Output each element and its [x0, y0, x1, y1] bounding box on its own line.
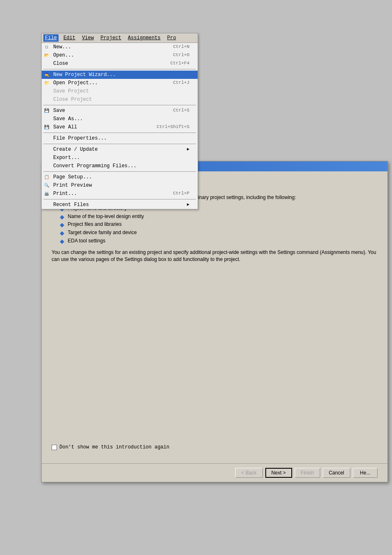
next-button[interactable]: Next >	[265, 468, 292, 478]
dont-show-again-row: Don't show me this introduction again	[52, 444, 378, 450]
bullet-3: ◆	[60, 221, 64, 228]
print-preview-icon: 🔍	[43, 182, 50, 189]
wizard-note: You can change the settings for an exist…	[52, 249, 378, 263]
menu-item-open-project[interactable]: 📁 Open Project... Ctrl+J	[42, 79, 198, 87]
menu-item-convert-programming[interactable]: Convert Programming Files...	[42, 162, 198, 170]
menu-item-file-properties[interactable]: File Properties...	[42, 134, 198, 142]
separator-2	[43, 105, 196, 105]
file-menu-container: File Edit View Project Assignments Pro □…	[41, 33, 198, 209]
wizard-spacer	[42, 271, 387, 444]
separator-5	[43, 171, 196, 172]
menu-project[interactable]: Project	[99, 34, 123, 42]
list-item: ◆ EDA tool settings	[60, 238, 378, 245]
menu-view[interactable]: View	[80, 34, 96, 42]
menu-edit[interactable]: Edit	[62, 34, 77, 42]
menu-assignments[interactable]: Assignments	[126, 34, 162, 42]
wizard-bottom-section: Don't show me this introduction again	[42, 444, 387, 463]
menu-item-save-project: Save Project	[42, 87, 198, 95]
menu-item-close-project: Close Project	[42, 95, 198, 104]
menu-item-save[interactable]: 💾 Save Ctrl+S	[42, 107, 198, 115]
menu-item-export[interactable]: Export...	[42, 154, 198, 162]
list-item: ◆ Name of the top-level design entity	[60, 213, 378, 221]
page-setup-icon: 📋	[43, 174, 50, 180]
submenu-arrow: ▶	[187, 147, 189, 152]
back-button[interactable]: < Back	[235, 468, 263, 478]
recent-submenu-arrow: ▶	[187, 202, 189, 208]
menu-item-print[interactable]: 🖨️ Print... Ctrl+P	[42, 190, 198, 198]
finish-button[interactable]: Finish	[295, 468, 320, 478]
wizard-feature-list: ◆ Project name and directory ◆ Name of t…	[60, 205, 378, 245]
menu-item-open[interactable]: 📂 Open... Ctrl+O	[42, 51, 198, 59]
list-item: ◆ Project files and libraries	[60, 221, 378, 228]
bullet-4: ◆	[60, 230, 64, 237]
dont-show-label: Don't show me this introduction again	[59, 444, 169, 450]
menu-item-print-preview[interactable]: 🔍 Print Preview	[42, 181, 198, 190]
menu-item-save-all[interactable]: 💾 Save All Ctrl+Shift+S	[42, 123, 198, 131]
bullet-5: ◆	[60, 238, 64, 245]
menu-item-save-as[interactable]: Save As...	[42, 115, 198, 123]
dont-show-checkbox[interactable]	[52, 445, 57, 450]
file-menu-dropdown: □ New... Ctrl+N 📂 Open... Ctrl+O Close C…	[42, 43, 198, 209]
menu-item-close[interactable]: Close Ctrl+F4	[42, 59, 198, 68]
separator-1	[43, 69, 196, 69]
bullet-2: ◆	[60, 213, 64, 221]
menu-pro[interactable]: Pro	[165, 34, 178, 42]
separator-3	[43, 133, 196, 133]
list-item: ◆ Target device family and device	[60, 230, 378, 237]
menu-item-page-setup[interactable]: 📋 Page Setup...	[42, 173, 198, 181]
open-icon: 📂	[43, 52, 50, 59]
menu-file[interactable]: File	[43, 34, 59, 42]
wizard-footer: < Back Next > Finish Cancel He...	[42, 463, 387, 482]
cancel-button[interactable]: Cancel	[323, 468, 350, 478]
help-button[interactable]: He...	[353, 468, 378, 478]
open-project-icon: 📁	[43, 80, 50, 86]
new-doc-icon: □	[43, 44, 50, 50]
save-icon: 💾	[43, 107, 50, 114]
wizard-icon: 🧙	[43, 71, 50, 78]
menu-item-create-update[interactable]: Create / Update ▶	[42, 145, 198, 154]
print-icon: 🖨️	[43, 190, 50, 197]
menu-item-recent-files[interactable]: Recent Files ▶	[42, 201, 198, 209]
separator-4	[43, 144, 196, 144]
menu-item-new-project-wizard[interactable]: 🧙 New Project Wizard...	[42, 71, 198, 79]
separator-6	[43, 199, 196, 199]
menu-bar: File Edit View Project Assignments Pro	[42, 33, 198, 43]
save-all-icon: 💾	[43, 124, 50, 130]
menu-item-new[interactable]: □ New... Ctrl+N	[42, 43, 198, 51]
